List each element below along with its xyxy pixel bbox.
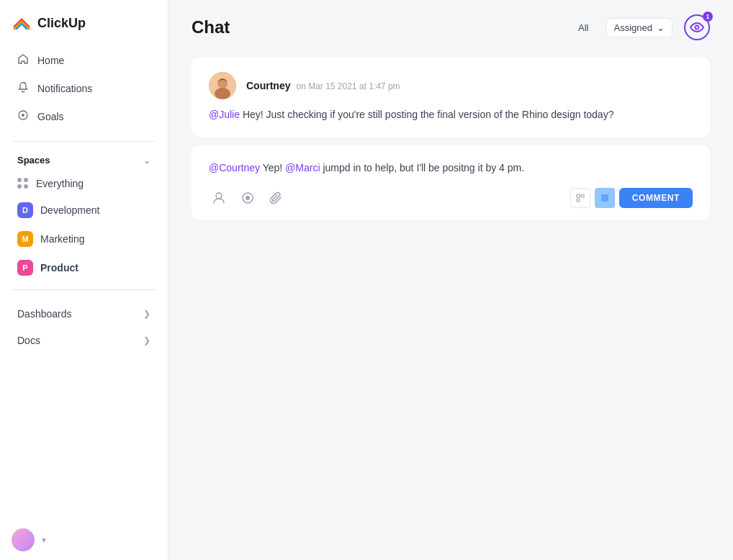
filter-all-button[interactable]: All — [572, 19, 594, 36]
notifications-label: Notifications — [37, 83, 92, 94]
everything-grid-icon — [17, 178, 29, 189]
reply-mention1: @Courtney — [209, 162, 260, 173]
attach-tool-icon[interactable] — [266, 188, 287, 208]
marketing-badge-icon: M — [17, 231, 33, 247]
svg-point-4 — [217, 78, 228, 89]
page-title: Chat — [192, 17, 561, 37]
dashboards-label: Dashboards — [17, 308, 72, 320]
avatar-image — [12, 528, 35, 551]
message-text: Hey! Just checking if you're still posti… — [240, 109, 613, 120]
sidebar-item-development[interactable]: D Development — [6, 197, 162, 224]
svg-rect-11 — [577, 199, 580, 202]
home-label: Home — [37, 55, 64, 66]
reply-actions: COMMENT — [570, 188, 693, 208]
sidebar-item-goals[interactable]: Goals — [6, 103, 162, 130]
user-chevron-icon: ▼ — [40, 536, 48, 544]
sidebar-divider — [12, 141, 156, 142]
reply-toolbar: COMMENT — [209, 188, 693, 208]
message-mention: @Julie — [209, 109, 240, 120]
docs-chevron-icon: ❯ — [143, 335, 150, 346]
eye-badge-count: 1 — [703, 12, 713, 22]
product-badge-icon: P — [17, 260, 33, 276]
logo[interactable]: ClickUp — [0, 0, 168, 43]
message-body: @Julie Hey! Just checking if you're stil… — [209, 107, 693, 122]
sidebar-divider-2 — [12, 289, 156, 290]
user-profile[interactable]: ▼ — [0, 520, 168, 560]
svg-rect-12 — [601, 194, 608, 202]
svg-point-5 — [215, 88, 230, 99]
sidebar-nav: Home Notifications Goals — [0, 43, 168, 134]
svg-point-8 — [246, 196, 250, 200]
chat-area: Courtney on Mar 15 2021 at 1:47 pm @Juli… — [168, 52, 733, 560]
development-badge-icon: D — [17, 202, 33, 218]
user-tool-icon[interactable] — [209, 188, 229, 208]
sidebar-item-product[interactable]: P Product — [6, 254, 162, 281]
marketing-label: Marketing — [40, 233, 84, 245]
svg-point-2 — [696, 26, 699, 30]
dashboards-chevron-icon: ❯ — [143, 309, 150, 319]
docs-label: Docs — [17, 335, 40, 346]
svg-rect-9 — [577, 194, 580, 197]
main-content: Chat All Assigned ⌄ 1 — [168, 0, 733, 560]
message-avatar — [209, 72, 236, 99]
everything-label: Everything — [36, 178, 84, 189]
message-timestamp: on Mar 15 2021 at 1:47 pm — [296, 81, 400, 91]
filter-assigned-button[interactable]: Assigned ⌄ — [606, 18, 673, 37]
notification-eye-button[interactable]: 1 — [684, 14, 710, 40]
reply-text: @Courtney Yep! @Marci jumpd in to help, … — [209, 160, 693, 176]
chat-header: Chat All Assigned ⌄ 1 — [168, 0, 733, 52]
sidebar-item-docs[interactable]: Docs ❯ — [6, 328, 162, 353]
reply-text1: Yep! — [260, 162, 285, 173]
format-square-button[interactable] — [570, 188, 590, 208]
svg-point-6 — [216, 193, 222, 199]
message-item: Courtney on Mar 15 2021 at 1:47 pm @Juli… — [192, 58, 710, 137]
development-label: Development — [40, 204, 100, 216]
sidebar-item-everything[interactable]: Everything — [6, 172, 162, 195]
home-icon — [17, 53, 29, 68]
goals-label: Goals — [37, 111, 64, 122]
comment-button[interactable]: COMMENT — [619, 188, 693, 208]
message-header: Courtney on Mar 15 2021 at 1:47 pm — [209, 72, 693, 99]
spaces-chevron-icon: ⌄ — [143, 155, 150, 166]
spaces-title: Spaces — [17, 155, 50, 166]
sidebar-sections: Dashboards ❯ Docs ❯ — [0, 297, 168, 357]
circle-tool-icon[interactable] — [238, 188, 258, 208]
goals-icon — [17, 109, 29, 124]
message-author: Courtney — [246, 80, 290, 91]
clickup-logo-icon — [12, 13, 32, 33]
sidebar-item-home[interactable]: Home — [6, 47, 162, 74]
bell-icon — [17, 81, 29, 96]
filter-assigned-label: Assigned — [614, 22, 652, 33]
sidebar: ClickUp Home Notifications Goals Spaces … — [0, 0, 168, 560]
sidebar-item-dashboards[interactable]: Dashboards ❯ — [6, 301, 162, 327]
message-meta: Courtney on Mar 15 2021 at 1:47 pm — [246, 80, 400, 91]
logo-text: ClickUp — [37, 16, 86, 31]
sidebar-item-notifications[interactable]: Notifications — [6, 75, 162, 102]
product-label: Product — [40, 262, 78, 274]
sidebar-item-marketing[interactable]: M Marketing — [6, 225, 162, 253]
avatar — [12, 528, 35, 551]
spaces-section-header[interactable]: Spaces ⌄ — [6, 149, 162, 171]
color-square-button[interactable] — [595, 188, 615, 208]
svg-rect-10 — [581, 194, 584, 197]
reply-container: @Courtney Yep! @Marci jumpd in to help, … — [192, 145, 710, 219]
reply-mention2: @Marci — [285, 162, 320, 173]
filter-assigned-chevron-icon: ⌄ — [657, 22, 665, 33]
svg-point-1 — [22, 114, 24, 117]
reply-tools — [209, 188, 287, 208]
reply-text2: jumpd in to help, but I'll be positng it… — [320, 162, 525, 173]
